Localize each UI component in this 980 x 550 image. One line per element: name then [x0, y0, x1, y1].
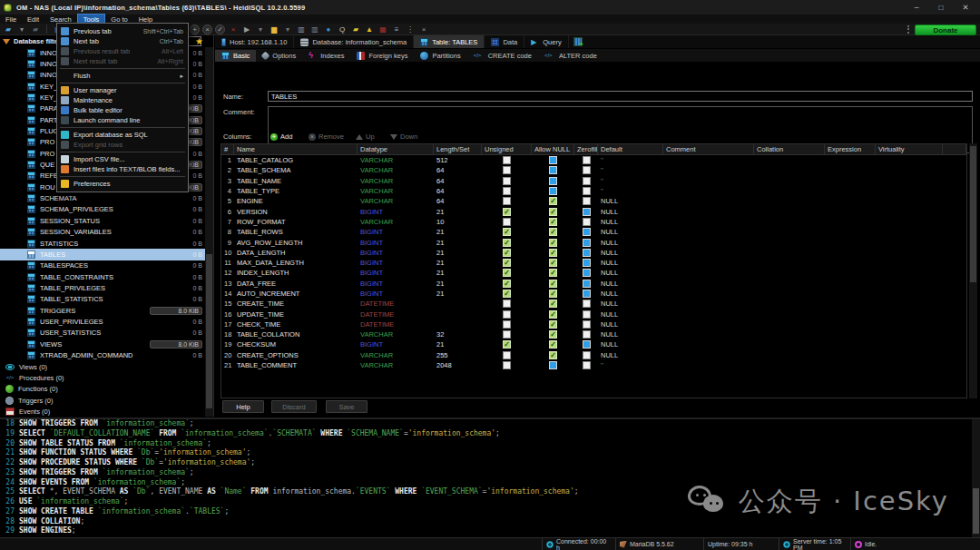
- col-unsigned-checkbox[interactable]: [482, 156, 532, 164]
- menu-edit[interactable]: Edit: [22, 15, 44, 25]
- checkbox-unchecked[interactable]: [583, 310, 591, 319]
- checkbox-checked[interactable]: ✓: [503, 208, 511, 216]
- grid-header-virtuality[interactable]: Virtuality: [876, 144, 943, 154]
- col-unsigned-checkbox[interactable]: [482, 177, 532, 185]
- menu-item-export-database-as-sql[interactable]: Export database as SQL: [57, 130, 188, 140]
- checkbox-unchecked[interactable]: [503, 218, 511, 226]
- col-allownull-checkbox[interactable]: ✓: [532, 310, 574, 319]
- checkbox-blue[interactable]: [583, 259, 591, 267]
- close-button[interactable]: ✕: [960, 3, 971, 12]
- checkbox-checked[interactable]: ✓: [549, 197, 557, 205]
- checkbox-unchecked[interactable]: [583, 197, 591, 205]
- execute-dropdown-icon[interactable]: ▾: [255, 25, 266, 34]
- grid-scrollbar[interactable]: [969, 143, 977, 398]
- checkbox-unchecked[interactable]: [503, 310, 511, 319]
- connect-dropdown-icon[interactable]: ▾: [16, 25, 27, 34]
- checkbox-checked[interactable]: ✓: [503, 280, 511, 288]
- grid-row-data-length[interactable]: 10DATA_LENGTHBIGINT21✓✓NULL: [221, 248, 966, 258]
- checkbox-checked[interactable]: ✓: [549, 330, 557, 339]
- checkbox-checked[interactable]: ✓: [549, 280, 557, 288]
- sidebar-category-views-0[interactable]: Views (0): [0, 361, 206, 372]
- checkbox-unchecked[interactable]: [583, 177, 591, 185]
- checkbox-unchecked[interactable]: [503, 330, 511, 339]
- checkbox-unchecked[interactable]: [583, 187, 591, 195]
- col-zerofill-checkbox[interactable]: [574, 197, 598, 205]
- checkbox-checked[interactable]: ✓: [549, 259, 557, 267]
- toolbar-grip-icon[interactable]: [907, 25, 909, 34]
- col-allownull-checkbox[interactable]: ✓: [532, 249, 574, 257]
- save-icon[interactable]: ▥: [296, 25, 307, 34]
- wrap-lines-icon[interactable]: ≡: [391, 25, 402, 34]
- checkbox-checked[interactable]: ✓: [503, 269, 511, 277]
- table-name-input[interactable]: [268, 91, 973, 102]
- grid-row-engine[interactable]: 5ENGINEVARCHAR64✓NULL: [221, 196, 966, 206]
- grid-header-zerofill[interactable]: Zerofill: [574, 144, 598, 154]
- subtab-foreign-keys[interactable]: Foreign keys: [350, 50, 414, 62]
- grid-row-max-data-length[interactable]: 11MAX_DATA_LENGTHBIGINT21✓✓NULL: [221, 258, 966, 268]
- col-unsigned-checkbox[interactable]: ✓: [482, 239, 532, 247]
- menu-item-export-grid-rows[interactable]: Export grid rows: [57, 140, 188, 150]
- sidebar-table-session-variables[interactable]: SESSION_VARIABLES0 B: [0, 227, 206, 238]
- col-zerofill-checkbox[interactable]: [574, 280, 598, 288]
- grid-header-expression[interactable]: Expression: [825, 144, 876, 154]
- col-zerofill-checkbox[interactable]: [574, 249, 598, 257]
- discard-button[interactable]: Discard: [271, 400, 317, 413]
- checkbox-checked[interactable]: ✓: [549, 218, 557, 226]
- col-allownull-checkbox[interactable]: ✓: [532, 340, 574, 349]
- menu-item-bulk-table-editor[interactable]: Bulk table editor: [57, 105, 188, 115]
- sidebar-category-functions-0[interactable]: Functions (0): [0, 384, 206, 395]
- subtab-alter-code[interactable]: ALTER code: [538, 50, 603, 62]
- grid-header-length-set[interactable]: Length/Set: [434, 144, 482, 154]
- menu-item-preferences[interactable]: Preferences: [57, 179, 188, 189]
- more-options-icon[interactable]: ⋮: [405, 25, 416, 34]
- sidebar-table-xtradb-admin-command[interactable]: XTRADB_ADMIN_COMMAND0 B: [0, 349, 206, 360]
- checkbox-checked[interactable]: ✓: [549, 239, 557, 247]
- col-unsigned-checkbox[interactable]: [482, 310, 532, 319]
- grid-row-auto-increment[interactable]: 14AUTO_INCREMENTBIGINT21✓✓NULL: [221, 289, 966, 299]
- checkbox-unchecked[interactable]: [503, 166, 511, 174]
- grid-row-table-name[interactable]: 3TABLE_NAMEVARCHAR64'': [221, 176, 966, 186]
- col-allownull-checkbox[interactable]: ✓: [532, 208, 574, 216]
- database-filter-label[interactable]: Database filter: [14, 37, 61, 45]
- sidebar-table-schema-privileges[interactable]: SCHEMA_PRIVILEGES0 B: [0, 204, 206, 215]
- find-icon[interactable]: ●: [323, 25, 334, 34]
- checkbox-unchecked[interactable]: [503, 300, 511, 308]
- grid-row-table-catalog[interactable]: 1TABLE_CATALOGVARCHAR512'': [221, 155, 966, 165]
- menu-item-import-csv-file[interactable]: Import CSV file...: [57, 154, 188, 164]
- find-replace-icon[interactable]: Q: [337, 25, 348, 34]
- col-allownull-checkbox[interactable]: ✓: [532, 330, 574, 339]
- open-file-icon[interactable]: ▆: [269, 25, 279, 34]
- checkbox-checked[interactable]: ✓: [549, 269, 557, 277]
- col-unsigned-checkbox[interactable]: [482, 330, 532, 339]
- checkbox-checked[interactable]: ✓: [503, 239, 511, 247]
- col-allownull-checkbox[interactable]: [532, 156, 574, 164]
- checkbox-checked[interactable]: ✓: [503, 290, 511, 298]
- col-unsigned-checkbox[interactable]: ✓: [482, 340, 532, 349]
- grid-header-default[interactable]: Default: [598, 144, 663, 154]
- col-zerofill-checkbox[interactable]: [574, 351, 598, 359]
- move-down-button[interactable]: Down: [390, 133, 417, 141]
- col-allownull-checkbox[interactable]: ✓: [532, 239, 574, 247]
- col-allownull-checkbox[interactable]: ✓: [532, 259, 574, 267]
- grid-row-update-time[interactable]: 16UPDATE_TIMEDATETIME✓NULL: [221, 309, 966, 319]
- subtab-indexes[interactable]: Indexes: [302, 50, 350, 62]
- add-column-button[interactable]: + Add: [270, 133, 292, 141]
- col-zerofill-checkbox[interactable]: [574, 300, 598, 308]
- col-zerofill-checkbox[interactable]: [574, 187, 598, 195]
- sidebar-scrollbar-thumb[interactable]: [206, 254, 212, 408]
- col-allownull-checkbox[interactable]: ✓: [532, 197, 574, 205]
- col-unsigned-checkbox[interactable]: [482, 218, 532, 226]
- connect-icon[interactable]: ▰: [3, 25, 14, 34]
- checkbox-blue[interactable]: [549, 156, 557, 164]
- col-allownull-checkbox[interactable]: [532, 166, 574, 174]
- col-unsigned-checkbox[interactable]: [482, 351, 532, 359]
- checkbox-unchecked[interactable]: [583, 320, 591, 329]
- col-unsigned-checkbox[interactable]: ✓: [482, 249, 532, 257]
- col-allownull-checkbox[interactable]: ✓: [532, 218, 574, 226]
- grid-row-checksum[interactable]: 19CHECKSUMBIGINT21✓✓NULL: [221, 339, 966, 349]
- grid-row-row-format[interactable]: 7ROW_FORMATVARCHAR10✓NULL: [221, 217, 966, 227]
- col-zerofill-checkbox[interactable]: [574, 166, 598, 174]
- checkbox-blue[interactable]: [583, 290, 591, 298]
- checkbox-checked[interactable]: ✓: [503, 249, 511, 257]
- help-button[interactable]: Help: [222, 400, 264, 413]
